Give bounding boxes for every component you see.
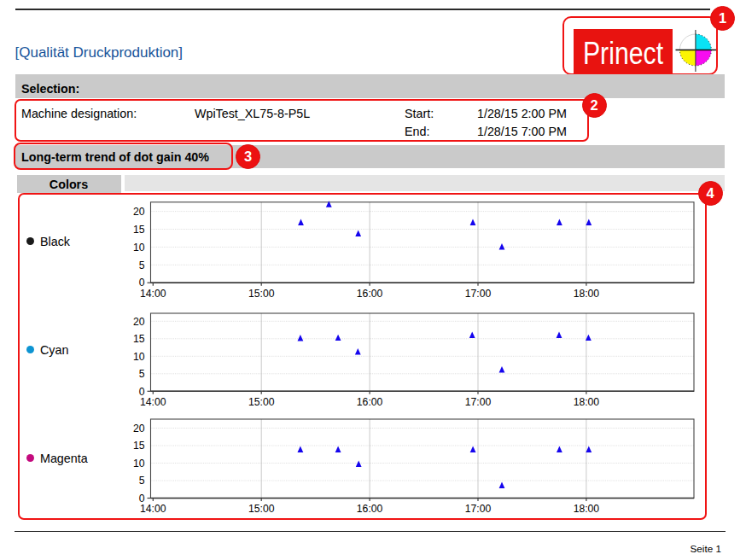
svg-text:15:00: 15:00: [248, 396, 275, 408]
svg-text:10: 10: [133, 351, 145, 363]
svg-text:16:00: 16:00: [357, 503, 383, 515]
svg-text:16:00: 16:00: [357, 396, 383, 408]
svg-text:5: 5: [139, 368, 145, 380]
svg-text:20: 20: [133, 206, 145, 218]
svg-text:17:00: 17:00: [465, 503, 492, 515]
svg-text:15:00: 15:00: [248, 288, 275, 300]
svg-text:14:00: 14:00: [140, 288, 166, 300]
svg-text:18:00: 18:00: [574, 288, 600, 300]
svg-text:10: 10: [133, 242, 145, 254]
svg-text:15:00: 15:00: [248, 503, 275, 515]
svg-text:18:00: 18:00: [574, 396, 600, 408]
svg-text:15: 15: [133, 224, 145, 236]
svg-text:17:00: 17:00: [465, 288, 492, 300]
svg-text:14:00: 14:00: [140, 396, 166, 408]
svg-text:5: 5: [139, 475, 145, 487]
svg-text:20: 20: [133, 423, 145, 435]
svg-text:20: 20: [133, 316, 145, 328]
svg-text:5: 5: [139, 260, 145, 271]
svg-text:16:00: 16:00: [357, 288, 383, 300]
svg-text:15: 15: [133, 333, 145, 345]
svg-text:15: 15: [133, 440, 145, 452]
svg-text:10: 10: [133, 458, 145, 470]
svg-text:14:00: 14:00: [140, 503, 166, 515]
svg-text:18:00: 18:00: [574, 503, 600, 515]
svg-text:17:00: 17:00: [465, 396, 492, 408]
